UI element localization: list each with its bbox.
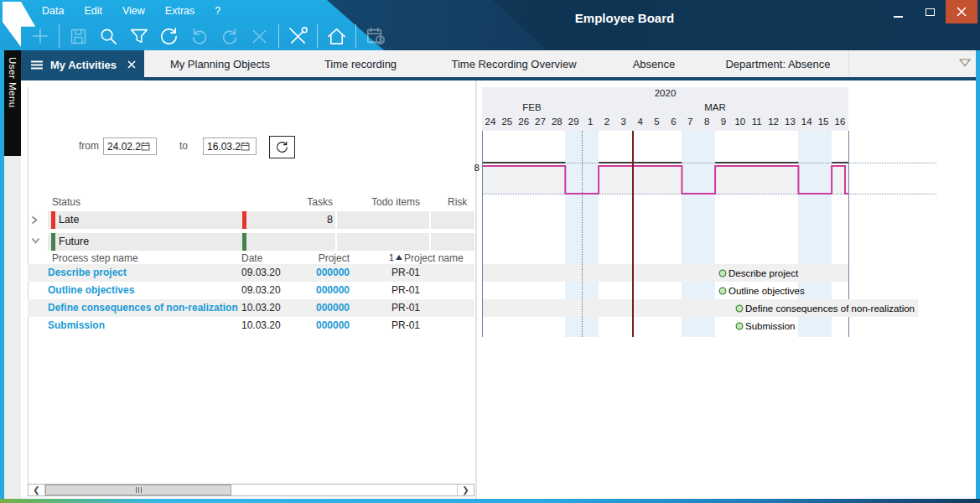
add-icon[interactable] [29,25,51,48]
scroll-left-button[interactable]: ❮ [29,485,45,495]
menu-extras[interactable]: Extras [161,4,199,18]
column-header-project[interactable]: Project [293,252,350,265]
process-step-link[interactable]: Submission [48,317,105,334]
gantt-left-border [482,131,483,337]
close-button[interactable] [946,0,977,23]
status-color-bar [242,233,246,251]
menu-bar: Data Edit View Extras ? [38,4,225,18]
project-link[interactable]: 000000 [316,299,350,317]
group-label: Future [59,233,89,251]
column-header-process-step-name[interactable]: Process step name [52,252,138,265]
today-line [632,131,634,337]
from-label: from [65,140,99,152]
menu-data[interactable]: Data [38,4,68,18]
gantt-month-feb: FEB [482,102,582,112]
toolbar-separator [317,24,318,48]
close-icon [957,7,967,17]
menu-help[interactable]: ? [210,4,225,18]
column-header-date[interactable]: Date [241,252,262,265]
tab-overflow-dropdown-icon[interactable] [959,59,971,67]
scroll-right-button[interactable]: ❯ [457,485,474,495]
to-label: to [168,140,188,152]
process-step-link[interactable]: Define consequences of non-realization [48,299,238,317]
tab-time-recording-overview[interactable]: Time Recording Overview [436,50,592,78]
column-header-risk[interactable]: Risk [448,195,473,209]
search-icon[interactable] [97,25,120,48]
window-title: Employee Board [499,11,750,25]
horizontal-scrollbar[interactable]: ❮ ❯ [28,484,474,496]
menu-view[interactable]: View [118,4,149,18]
tools-icon[interactable] [287,25,309,48]
minimize-button[interactable] [882,0,914,23]
milestone-icon [735,322,744,330]
table-row[interactable]: Outline objectives 09.03.20 000000 PR-01 [28,282,474,299]
project-link[interactable]: 000000 [316,317,350,334]
maximize-icon [926,8,935,16]
workload-chart [482,131,848,215]
milestone[interactable]: Define consequences of non-realization [735,299,918,317]
maximize-button[interactable] [914,0,946,23]
toolbar-separator [278,24,279,48]
from-date-field[interactable] [103,137,157,155]
table-row[interactable]: Define consequences of non-realization 1… [28,299,474,317]
milestone-icon [718,269,727,277]
to-date-input[interactable] [204,141,241,153]
gantt-day-row: 2425 2627 2829 12 34 56 78 910 1112 1314… [482,117,848,130]
planning-calendar-icon[interactable] [364,25,386,48]
delete-icon[interactable] [248,25,271,48]
calendar-icon[interactable] [241,142,250,151]
home-icon[interactable] [325,25,348,48]
tab-department-absence[interactable]: Department: Absence [711,50,845,78]
chevron-right-icon[interactable] [31,215,38,225]
tab-my-activities[interactable]: My Activities [21,50,144,80]
save-icon[interactable] [67,25,90,48]
toolbar-separator [355,24,356,48]
filter-icon[interactable] [127,25,150,48]
column-header-status[interactable]: Status [52,195,80,209]
gantt-month-mar: MAR [582,102,848,112]
panel-splitter[interactable] [475,80,477,499]
minimize-icon [894,16,903,18]
window-border-right [976,50,980,500]
apply-refresh-button[interactable] [269,136,295,158]
group-row-future[interactable]: Future [28,233,474,251]
tab-absence[interactable]: Absence [600,50,708,78]
tab-bar-extra-zone [848,50,976,77]
table-row[interactable]: Describe project 09.03.20 000000 PR-01 [28,264,474,282]
menu-edit[interactable]: Edit [80,4,106,18]
process-step-link[interactable]: Describe project [48,264,127,282]
project-link[interactable]: 000000 [316,282,350,299]
table-row[interactable]: Submission 10.03.20 000000 PR-01 [28,317,474,334]
column-header-todo-items[interactable]: Todo items [371,195,420,209]
milestone[interactable]: Submission [735,317,795,334]
user-menu-tab[interactable]: User Menu [4,50,21,156]
milestone[interactable]: Describe project [718,264,798,282]
status-color-bar [51,211,55,229]
redo-icon[interactable] [218,25,241,48]
milestone-icon [735,304,744,313]
project-link[interactable]: 000000 [316,264,350,282]
column-header-tasks[interactable]: Tasks [277,195,333,209]
milestone[interactable]: Outline objectives [718,282,805,299]
refresh-icon[interactable] [158,25,180,48]
process-step-link[interactable]: Outline objectives [48,282,134,299]
sort-indicator: 1 [389,252,402,262]
tab-label: My Activities [50,59,117,71]
tab-my-planning-objects[interactable]: My Planning Objects [151,50,289,78]
month-separator-line [582,131,583,337]
scrollbar-thumb[interactable] [45,485,231,495]
from-date-input[interactable] [104,141,141,153]
calendar-icon[interactable] [141,142,150,151]
undo-icon[interactable] [188,25,210,48]
hamburger-icon[interactable] [31,60,43,70]
to-date-field[interactable] [203,137,257,155]
tab-time-recording[interactable]: Time recording [298,50,423,78]
refresh-icon [275,140,289,154]
group-row-late[interactable]: Late 8 [28,211,474,229]
chevron-down-icon[interactable] [31,237,40,244]
window-border-bottom [0,499,980,503]
sort-ascending-icon [396,255,402,260]
tab-close-icon[interactable] [127,60,136,69]
column-header-project-name[interactable]: Project name [404,252,464,265]
status-color-bar [242,211,246,229]
